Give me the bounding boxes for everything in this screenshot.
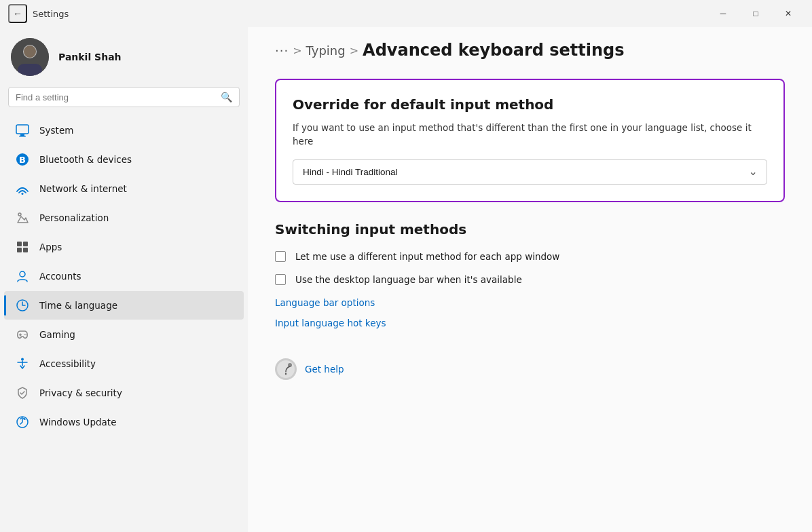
main-content: ··· > Typing > Advanced keyboard setting… — [248, 27, 812, 532]
sidebar-item-label-accessibility: Accessibility — [39, 358, 96, 369]
svg-rect-5 — [16, 125, 29, 134]
update-icon — [15, 415, 30, 430]
sidebar-item-privacy[interactable]: Privacy & security — [4, 379, 244, 407]
sidebar-item-label-apps: Apps — [39, 242, 62, 252]
svg-point-3 — [24, 45, 36, 58]
override-box: Override for default input method If you… — [275, 79, 785, 202]
sidebar-item-accounts[interactable]: Accounts — [4, 262, 244, 290]
search-icon: 🔍 — [221, 92, 232, 102]
minimize-button[interactable]: ─ — [707, 3, 739, 24]
app-title: Settings — [33, 9, 69, 19]
sidebar-nav: System B Bluetooth & devices — [0, 115, 248, 437]
apps-icon — [15, 240, 30, 254]
accessibility-icon — [15, 356, 30, 371]
sidebar-item-update[interactable]: Windows Update — [4, 408, 244, 436]
sidebar-item-gaming[interactable]: Gaming — [4, 320, 244, 349]
svg-rect-6 — [20, 134, 24, 136]
back-button[interactable]: ← — [8, 4, 27, 23]
search-input[interactable] — [16, 92, 215, 102]
sidebar-item-accessibility[interactable]: Accessibility — [4, 349, 244, 378]
sidebar-item-label-network: Network & internet — [39, 183, 127, 194]
gaming-icon — [15, 327, 30, 342]
close-button[interactable]: ✕ — [773, 3, 804, 24]
sidebar-item-time[interactable]: Time & language — [4, 291, 244, 320]
breadcrumb-sep-1: > — [293, 44, 301, 57]
checkbox-row-1: Let me use a different input method for … — [275, 251, 785, 262]
sidebar-item-label-update: Windows Update — [39, 417, 116, 428]
svg-point-20 — [21, 358, 24, 361]
get-help-link[interactable]: Get help — [305, 364, 344, 375]
svg-point-16 — [20, 271, 25, 277]
switching-section-title: Switching input methods — [275, 221, 785, 238]
sidebar-item-personalization[interactable]: Personalization — [4, 204, 244, 232]
sidebar-item-label-privacy: Privacy & security — [39, 387, 122, 398]
app-body: Pankil Shah 🔍 System — [0, 27, 812, 532]
svg-point-18 — [24, 334, 25, 335]
svg-rect-15 — [23, 248, 28, 252]
svg-point-24 — [285, 373, 287, 374]
sidebar-item-label-gaming: Gaming — [39, 329, 75, 340]
sidebar-item-label-accounts: Accounts — [39, 271, 81, 282]
switching-section: Switching input methods Let me use a dif… — [275, 221, 785, 338]
checkbox-language-bar[interactable] — [275, 274, 286, 285]
svg-rect-12 — [17, 242, 22, 246]
sidebar-item-label-time: Time & language — [39, 300, 117, 311]
time-icon — [15, 298, 30, 313]
breadcrumb-link-typing[interactable]: Typing — [306, 43, 346, 58]
window-controls: ─ □ ✕ — [707, 3, 804, 24]
sidebar-item-label-system: System — [39, 125, 73, 136]
checkbox-row-2: Use the desktop language bar when it's a… — [275, 274, 785, 285]
avatar — [11, 38, 49, 76]
maximize-button[interactable]: □ — [740, 3, 771, 24]
svg-rect-4 — [18, 64, 42, 76]
checkbox-label-1[interactable]: Let me use a different input method for … — [295, 251, 559, 262]
svg-rect-7 — [19, 136, 26, 137]
get-help-row: Get help — [275, 358, 785, 380]
system-icon — [15, 123, 30, 138]
language-bar-options-link[interactable]: Language bar options — [275, 297, 785, 308]
sidebar-item-apps[interactable]: Apps — [4, 233, 244, 261]
checkbox-label-2[interactable]: Use the desktop language bar when it's a… — [295, 274, 522, 285]
breadcrumb-sep-2: > — [350, 44, 358, 57]
svg-point-10 — [22, 193, 24, 195]
sidebar-item-network[interactable]: Network & internet — [4, 174, 244, 203]
override-title: Override for default input method — [293, 96, 767, 113]
svg-point-11 — [18, 213, 21, 216]
sidebar-search-box[interactable]: 🔍 — [8, 87, 240, 107]
personalization-icon — [15, 210, 30, 225]
override-description: If you want to use an input method that'… — [293, 121, 767, 149]
sidebar-item-label-bluetooth: Bluetooth & devices — [39, 154, 132, 165]
svg-rect-14 — [17, 248, 22, 252]
network-icon — [15, 181, 30, 196]
sidebar-item-system[interactable]: System — [4, 116, 244, 145]
input-language-hotkeys-link[interactable]: Input language hot keys — [275, 318, 785, 328]
page-title: Advanced keyboard settings — [363, 41, 624, 60]
svg-text:B: B — [19, 155, 26, 165]
accounts-icon — [15, 269, 30, 284]
bluetooth-icon: B — [15, 152, 30, 167]
breadcrumb: ··· > Typing > Advanced keyboard setting… — [275, 41, 785, 60]
title-bar: ← Settings ─ □ ✕ — [0, 0, 812, 27]
breadcrumb-dots[interactable]: ··· — [275, 43, 289, 58]
sidebar-profile[interactable]: Pankil Shah — [0, 27, 248, 84]
input-method-dropdown[interactable]: Hindi - Hindi Traditional English (Unite… — [293, 159, 767, 185]
username-label: Pankil Shah — [58, 52, 122, 62]
checkbox-different-input[interactable] — [275, 251, 286, 262]
sidebar-item-bluetooth[interactable]: B Bluetooth & devices — [4, 145, 244, 174]
sidebar: Pankil Shah 🔍 System — [0, 27, 248, 532]
help-icon — [275, 358, 297, 380]
sidebar-item-label-personalization: Personalization — [39, 212, 109, 223]
input-method-dropdown-wrapper[interactable]: Hindi - Hindi Traditional English (Unite… — [293, 159, 767, 185]
svg-point-22 — [277, 360, 295, 378]
svg-point-19 — [25, 334, 26, 335]
svg-rect-13 — [23, 242, 28, 246]
privacy-icon — [15, 385, 30, 400]
